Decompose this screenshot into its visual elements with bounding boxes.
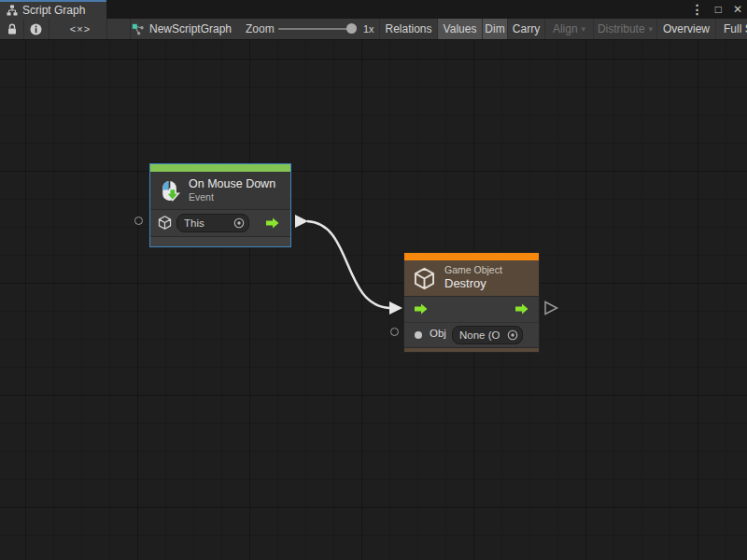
destroy-enter-port-arrow[interactable] <box>412 303 430 315</box>
obj-value-dot <box>415 331 422 339</box>
toolbar-separator <box>130 19 131 39</box>
dim-button[interactable]: Dim <box>482 19 507 39</box>
info-icon <box>30 23 42 35</box>
connection-end-arrow <box>389 301 402 315</box>
event-node-body: This <box>150 209 290 236</box>
mouse-down-icon <box>158 179 181 203</box>
gameobject-cube-icon <box>412 266 437 291</box>
destroy-flow-row <box>404 297 539 322</box>
full-screen-button[interactable]: Full Screen <box>715 19 747 39</box>
destroy-exit-port-arrow[interactable] <box>513 303 531 315</box>
graph-canvas[interactable]: On Mouse Down Event This <box>0 40 747 560</box>
event-trigger-port-arrow[interactable] <box>263 217 282 229</box>
destroy-obj-row: Obj None (O <box>404 322 539 347</box>
obj-value-field[interactable]: None (O <box>452 326 523 344</box>
connection-start-arrow <box>295 215 308 228</box>
toolbar-separator <box>106 19 107 39</box>
zoom-slider-handle[interactable] <box>346 23 357 34</box>
distribute-dropdown[interactable]: Distribute ▾ <box>593 19 656 39</box>
destroy-obj-port[interactable] <box>390 328 399 336</box>
tab-title: Script Graph <box>22 4 85 17</box>
zoom-value: 1x <box>363 19 374 39</box>
zoom-slider-track[interactable] <box>278 28 353 30</box>
event-target-field[interactable]: This <box>176 214 249 232</box>
object-picker-icon[interactable] <box>506 329 519 342</box>
node-destroy[interactable]: Game Object Destroy Obj No <box>403 252 540 353</box>
event-node-titles: On Mouse Down Event <box>189 177 275 204</box>
relations-button[interactable]: Relations <box>379 19 437 39</box>
graph-asset-label: NewScriptGraph <box>149 22 232 35</box>
event-accent-bar <box>150 164 290 172</box>
flow-connection-wire[interactable] <box>307 221 389 308</box>
full-screen-label: Full Screen <box>724 22 747 35</box>
toolbar-separator <box>49 19 49 39</box>
event-node-subtitle: Event <box>189 191 275 203</box>
chevron-down-icon: ▾ <box>582 24 586 34</box>
graph-toolbar: <×> NewScriptGraph Zoom 1x Relations Val… <box>0 19 747 40</box>
destroy-accent-bar <box>404 253 539 260</box>
obj-param-value: None (O <box>459 329 500 341</box>
code-icon: <×> <box>70 23 91 35</box>
lock-icon <box>7 23 18 35</box>
chevron-down-icon: ▾ <box>649 24 654 34</box>
event-target-port[interactable] <box>134 217 143 225</box>
dim-label: Dim <box>485 22 504 35</box>
align-label: Align <box>553 22 578 35</box>
relations-label: Relations <box>385 22 431 35</box>
event-target-value: This <box>184 217 204 229</box>
event-node-title: On Mouse Down <box>189 177 275 192</box>
overview-button[interactable]: Overview <box>656 19 715 39</box>
script-graph-window: Script Graph ⋮ □ ✕ <×> <box>0 0 747 560</box>
graph-asset-icon <box>132 23 144 35</box>
destroy-node-body: Obj None (O <box>404 296 539 347</box>
close-icon[interactable]: ✕ <box>733 0 742 19</box>
window-menu-icon[interactable]: ⋮ <box>691 0 704 19</box>
graph-hierarchy-icon <box>7 5 18 16</box>
connection-layer <box>0 40 747 560</box>
values-label: Values <box>444 22 477 35</box>
lock-button[interactable] <box>0 19 23 39</box>
destroy-exit-port-triangle[interactable] <box>545 302 557 315</box>
gameobject-cube-icon <box>157 215 173 231</box>
destroy-node-header: Game Object Destroy <box>404 260 539 296</box>
overview-label: Overview <box>663 22 710 35</box>
destroy-node-titles: Game Object Destroy <box>444 264 502 291</box>
destroy-node-title: Destroy <box>444 276 502 291</box>
object-picker-icon[interactable] <box>233 217 246 230</box>
carry-button[interactable]: Carry <box>507 19 544 39</box>
info-button[interactable] <box>24 19 48 39</box>
carry-label: Carry <box>513 22 540 35</box>
node-on-mouse-down[interactable]: On Mouse Down Event This <box>149 163 291 247</box>
tab-script-graph[interactable]: Script Graph <box>0 0 106 19</box>
values-button[interactable]: Values <box>437 19 482 39</box>
distribute-label: Distribute <box>598 22 645 35</box>
destroy-node-footer <box>404 347 539 352</box>
destroy-node-category: Game Object <box>444 264 502 276</box>
window-controls: ⋮ □ ✕ <box>691 0 742 19</box>
obj-param-label: Obj <box>430 328 446 339</box>
align-dropdown[interactable]: Align ▾ <box>544 19 593 39</box>
maximize-icon[interactable]: □ <box>715 0 722 19</box>
event-node-footer <box>150 236 290 246</box>
event-node-header: On Mouse Down Event <box>150 172 290 209</box>
zoom-label: Zoom <box>246 19 275 39</box>
code-view-button[interactable]: <×> <box>58 19 103 39</box>
graph-asset-name[interactable]: NewScriptGraph <box>132 19 232 39</box>
tab-bar: Script Graph ⋮ □ ✕ <box>0 0 747 19</box>
